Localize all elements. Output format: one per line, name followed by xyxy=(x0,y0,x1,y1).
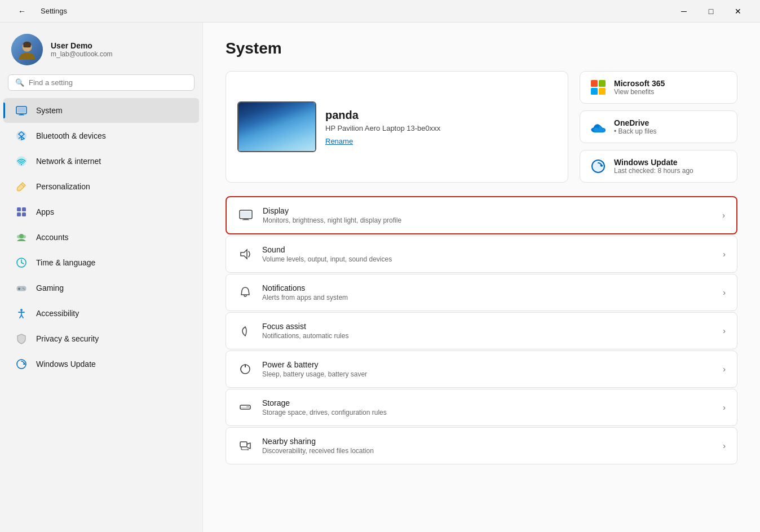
winupdate-desc: Last checked: 8 hours ago xyxy=(614,167,693,175)
sound-title: Sound xyxy=(262,245,714,254)
nearby-title: Nearby sharing xyxy=(262,437,714,446)
main-content: System panda HP Pavilion Aero Laptop 13-… xyxy=(203,23,760,532)
minimize-button[interactable]: ─ xyxy=(671,2,697,20)
svg-point-26 xyxy=(24,289,25,290)
sidebar-item-privacy[interactable]: Privacy & security xyxy=(3,326,199,351)
sidebar-item-system[interactable]: System xyxy=(3,98,199,123)
device-name: panda xyxy=(325,109,440,122)
power-chevron: › xyxy=(723,365,726,374)
user-email: m_lab@outlook.com xyxy=(51,50,113,58)
power-item-text: Power & battery Sleep, battery usage, ba… xyxy=(262,360,714,378)
sidebar-item-accessibility[interactable]: Accessibility xyxy=(3,301,199,326)
user-name: User Demo xyxy=(51,41,113,50)
settings-item-nearby[interactable]: Nearby sharing Discoverability, received… xyxy=(226,427,737,464)
sound-icon xyxy=(237,246,253,262)
sound-desc: Volume levels, output, input, sound devi… xyxy=(262,255,714,263)
sound-item-text: Sound Volume levels, output, input, soun… xyxy=(262,245,714,263)
sidebar-item-time-label: Time & language xyxy=(36,258,95,267)
display-desc: Monitors, brightness, night light, displ… xyxy=(263,216,713,224)
microsoft365-icon xyxy=(589,78,607,96)
sidebar-item-bluetooth-label: Bluetooth & devices xyxy=(36,131,106,140)
power-icon xyxy=(237,361,253,377)
focus-icon xyxy=(237,323,253,339)
sidebar-item-accounts[interactable]: Accounts xyxy=(3,225,199,250)
svg-rect-37 xyxy=(599,88,606,95)
maximize-button[interactable]: □ xyxy=(698,2,724,20)
storage-item-text: Storage Storage space, drives, configura… xyxy=(262,398,714,416)
winupdate-name: Windows Update xyxy=(614,158,693,167)
notifications-chevron: › xyxy=(723,288,726,297)
settings-item-display[interactable]: Display Monitors, brightness, night ligh… xyxy=(226,196,737,234)
apps-icon xyxy=(15,205,28,219)
onedrive-card[interactable]: OneDrive • Back up files xyxy=(580,110,737,143)
sidebar-item-bluetooth[interactable]: Bluetooth & devices xyxy=(3,123,199,148)
nearby-chevron: › xyxy=(723,441,726,450)
settings-list: Display Monitors, brightness, night ligh… xyxy=(226,196,737,464)
microsoft365-desc: View benefits xyxy=(614,88,665,96)
sidebar-item-time[interactable]: Time & language xyxy=(3,250,199,275)
focus-item-text: Focus assist Notifications, automatic ru… xyxy=(262,322,714,340)
svg-rect-34 xyxy=(591,80,598,87)
close-button[interactable]: ✕ xyxy=(725,2,751,20)
sidebar-item-personalization[interactable]: Personalization xyxy=(3,174,199,199)
svg-rect-42 xyxy=(244,219,248,220)
avatar xyxy=(11,34,43,65)
display-item-text: Display Monitors, brightness, night ligh… xyxy=(263,206,713,224)
titlebar-left: ← Settings xyxy=(9,2,67,20)
notifications-desc: Alerts from apps and system xyxy=(262,294,714,302)
search-input[interactable] xyxy=(29,78,187,87)
svg-rect-5 xyxy=(20,114,23,115)
power-desc: Sleep, battery usage, battery saver xyxy=(262,370,714,378)
brush-icon xyxy=(15,180,28,193)
settings-item-notifications[interactable]: Notifications Alerts from apps and syste… xyxy=(226,274,737,311)
windows-update-icon xyxy=(589,157,607,175)
sidebar-item-gaming-label: Gaming xyxy=(36,283,64,292)
settings-item-focus[interactable]: Focus assist Notifications, automatic ru… xyxy=(226,312,737,349)
microsoft365-name: Microsoft 365 xyxy=(614,79,665,88)
svg-rect-13 xyxy=(22,207,26,211)
power-title: Power & battery xyxy=(262,360,714,369)
sidebar-item-accessibility-label: Accessibility xyxy=(36,309,79,318)
onedrive-icon xyxy=(589,118,607,136)
onedrive-info: OneDrive • Back up files xyxy=(614,118,657,135)
display-icon xyxy=(238,207,254,223)
settings-item-power[interactable]: Power & battery Sleep, battery usage, ba… xyxy=(226,351,737,388)
back-button[interactable]: ← xyxy=(9,2,35,20)
windows-update-card[interactable]: Windows Update Last checked: 8 hours ago xyxy=(580,150,737,183)
microsoft365-card[interactable]: Microsoft 365 View benefits xyxy=(580,71,737,104)
sidebar: User Demo m_lab@outlook.com 🔍 S xyxy=(0,23,203,532)
nearby-desc: Discoverability, received files location xyxy=(262,447,714,455)
device-info: panda HP Pavilion Aero Laptop 13-be0xxx … xyxy=(325,109,440,145)
page-title: System xyxy=(226,39,737,57)
sidebar-item-update[interactable]: Windows Update xyxy=(3,352,199,376)
bluetooth-icon xyxy=(15,129,28,143)
network-icon xyxy=(15,154,28,168)
svg-point-18 xyxy=(23,235,26,238)
focus-chevron: › xyxy=(723,326,726,335)
sound-chevron: › xyxy=(723,250,726,259)
svg-point-25 xyxy=(23,288,24,289)
settings-item-sound[interactable]: Sound Volume levels, output, input, soun… xyxy=(226,236,737,273)
svg-rect-43 xyxy=(242,220,249,220)
svg-rect-49 xyxy=(246,406,249,407)
svg-point-51 xyxy=(248,449,249,450)
sidebar-item-system-label: System xyxy=(36,106,63,115)
sidebar-item-network-label: Network & internet xyxy=(36,157,101,166)
sidebar-item-apps[interactable]: Apps xyxy=(3,200,199,224)
sidebar-item-network[interactable]: Network & internet xyxy=(3,149,199,174)
window-controls: ─ □ ✕ xyxy=(671,2,751,20)
device-card: panda HP Pavilion Aero Laptop 13-be0xxx … xyxy=(226,71,568,183)
app-title: Settings xyxy=(41,7,67,15)
device-image xyxy=(237,101,316,152)
accessibility-icon xyxy=(15,307,28,320)
sidebar-item-gaming[interactable]: Gaming xyxy=(3,276,199,300)
user-section: User Demo m_lab@outlook.com xyxy=(0,23,202,74)
time-icon xyxy=(15,256,28,269)
settings-item-storage[interactable]: Storage Storage space, drives, configura… xyxy=(226,389,737,426)
rename-link[interactable]: Rename xyxy=(325,137,440,145)
storage-desc: Storage space, drives, configuration rul… xyxy=(262,409,714,416)
onedrive-name: OneDrive xyxy=(614,118,657,127)
sidebar-item-apps-label: Apps xyxy=(36,207,54,216)
svg-marker-44 xyxy=(241,250,247,259)
search-box[interactable]: 🔍 xyxy=(8,74,195,91)
